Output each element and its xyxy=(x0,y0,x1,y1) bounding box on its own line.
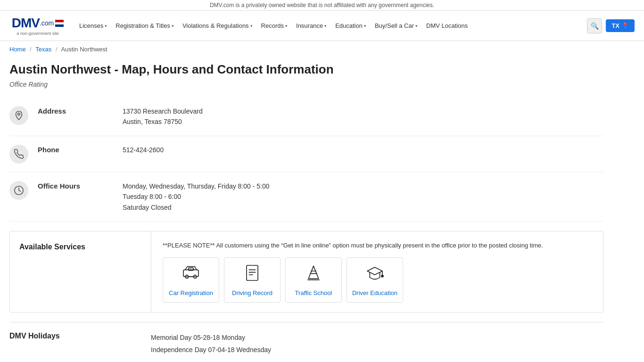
main-content: Austin Northwest - Map, Hours and Contac… xyxy=(0,58,613,362)
address-value: 13730 Research Boulevard Austin, Texas 7… xyxy=(123,106,203,127)
grad-icon xyxy=(365,263,384,285)
nav-actions: 🔍 TX 📍 xyxy=(587,18,635,33)
services-left: Available Services xyxy=(10,231,151,313)
cone-icon xyxy=(304,263,323,285)
nav-insurance[interactable]: Insurance ▾ xyxy=(292,18,330,33)
svg-rect-6 xyxy=(189,268,194,271)
nav-registration[interactable]: Registration & Titles ▾ xyxy=(112,18,178,33)
car-registration-link[interactable]: Car Registration xyxy=(169,289,213,296)
services-inner: Available Services **PLEASE NOTE** All c… xyxy=(10,231,603,313)
service-car-registration[interactable]: Car Registration xyxy=(163,257,219,303)
services-note: **PLEASE NOTE** All customers using the … xyxy=(163,241,592,250)
breadcrumb-texas[interactable]: Texas xyxy=(35,46,51,53)
top-notice: DMV.com is a privately owned website tha… xyxy=(0,0,644,11)
phone-value: 512-424-2600 xyxy=(123,145,164,155)
nav-licenses[interactable]: Licenses ▾ xyxy=(75,18,111,33)
logo[interactable]: DMV .com a non-government site xyxy=(9,16,66,36)
address-row: Address 13730 Research Boulevard Austin,… xyxy=(9,98,603,136)
car-reg-icon xyxy=(182,263,200,285)
holidays-inner: DMV Holidays Memorial Day 05-28-18 Monda… xyxy=(9,322,603,355)
holiday-1: Memorial Day 05-28-18 Monday xyxy=(151,332,271,344)
logo-dmv-text: DMV xyxy=(12,16,40,31)
services-right: **PLEASE NOTE** All customers using the … xyxy=(151,231,603,313)
nav-buysell[interactable]: Buy/Sell a Car ▾ xyxy=(371,18,421,33)
doc-icon xyxy=(243,263,262,285)
holidays-heading: DMV Holidays xyxy=(9,332,141,340)
svg-rect-7 xyxy=(247,265,258,280)
main-nav: DMV .com a non-government site Licenses … xyxy=(0,11,644,41)
svg-point-0 xyxy=(18,113,20,115)
services-heading: Available Services xyxy=(19,243,141,251)
breadcrumb-current: Austin Northwest xyxy=(61,46,107,53)
svg-point-17 xyxy=(381,275,383,277)
office-rating-label: Office Rating xyxy=(9,81,603,88)
holidays-right: Memorial Day 05-28-18 Monday Independenc… xyxy=(151,332,271,355)
service-driving-record[interactable]: Driving Record xyxy=(224,257,281,303)
nav-locations[interactable]: DMV Locations xyxy=(422,18,471,33)
page-title: Austin Northwest - Map, Hours and Contac… xyxy=(9,62,603,77)
nav-violations[interactable]: Violations & Regulations ▾ xyxy=(179,18,256,33)
hours-row: Office Hours Monday, Wednesday, Thursday… xyxy=(9,173,603,222)
holidays-left: DMV Holidays xyxy=(9,332,151,355)
nav-links: Licenses ▾ Registration & Titles ▾ Viola… xyxy=(75,18,583,33)
driving-record-link[interactable]: Driving Record xyxy=(232,289,272,296)
svg-marker-11 xyxy=(308,266,318,279)
nav-education[interactable]: Education ▾ xyxy=(331,18,370,33)
phone-icon xyxy=(9,145,28,164)
hours-value: Monday, Wednesday, Thursday, Friday 8:00… xyxy=(123,181,270,213)
phone-label: Phone xyxy=(38,145,113,154)
search-button[interactable]: 🔍 xyxy=(587,18,602,33)
holiday-2: Independence Day 07-04-18 Wednesday xyxy=(151,344,271,356)
logo-sub: a non-government site xyxy=(17,31,59,36)
traffic-school-link[interactable]: Traffic School xyxy=(295,289,332,296)
services-box: Available Services **PLEASE NOTE** All c… xyxy=(9,231,603,313)
location-icon: 📍 xyxy=(621,22,629,29)
service-driver-education[interactable]: Driver Education xyxy=(347,257,403,303)
hours-label: Office Hours xyxy=(38,181,113,190)
address-icon xyxy=(9,106,28,125)
services-grid: Car Registration Driving Recor xyxy=(163,257,592,303)
state-button[interactable]: TX 📍 xyxy=(606,19,635,32)
address-label: Address xyxy=(38,106,113,115)
service-traffic-school[interactable]: Traffic School xyxy=(285,257,342,303)
phone-row: Phone 512-424-2600 xyxy=(9,136,603,173)
state-label: TX xyxy=(611,22,619,29)
clock-icon xyxy=(9,181,28,200)
logo-com-text: .com xyxy=(40,19,54,27)
nav-records[interactable]: Records ▾ xyxy=(257,18,291,33)
breadcrumb: Home / Texas / Austin Northwest xyxy=(0,41,644,58)
driver-education-link[interactable]: Driver Education xyxy=(352,289,397,296)
breadcrumb-home[interactable]: Home xyxy=(9,46,26,53)
holidays-box: DMV Holidays Memorial Day 05-28-18 Monda… xyxy=(9,322,603,355)
